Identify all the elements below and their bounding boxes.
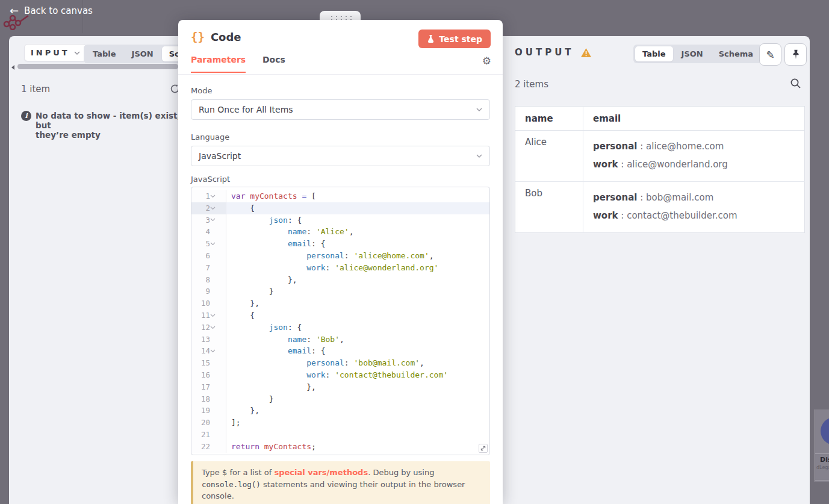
line-number: 3	[191, 214, 210, 226]
info-icon: i	[21, 111, 31, 121]
line-number: 16	[191, 369, 210, 381]
line-number: 10	[191, 297, 210, 310]
table-row[interactable]: Alice personal : alice@home.com work : a…	[515, 131, 805, 182]
code-line[interactable]: 10 },	[191, 297, 489, 310]
line-number: 11	[191, 310, 210, 322]
code-line[interactable]: 22return myContacts;	[191, 441, 489, 453]
code-line[interactable]: 6 personal: 'alice@home.com',	[191, 250, 489, 262]
tab-docs[interactable]: Docs	[262, 55, 285, 72]
pin-data-button[interactable]	[784, 43, 807, 66]
hint-text: Type $ for a list of	[202, 468, 274, 477]
fold-chevron-icon[interactable]	[210, 242, 221, 246]
output-view-tabs: Table JSON Schema	[633, 45, 762, 63]
chevron-down-icon	[476, 108, 482, 111]
code-line[interactable]: 20];	[191, 417, 489, 429]
test-step-button[interactable]: Test step	[418, 30, 491, 48]
back-to-canvas-button[interactable]: ← Back to canvas	[10, 5, 93, 16]
fold-chevron-icon[interactable]	[210, 349, 221, 353]
code-line[interactable]: 1var myContacts = [	[191, 190, 489, 202]
code-line[interactable]: 17 },	[191, 381, 489, 393]
fold-chevron-icon[interactable]	[210, 207, 221, 210]
code-line[interactable]: 11 {	[191, 310, 489, 322]
empty-message-line2: they’re empty	[36, 130, 101, 140]
line-number: 13	[191, 334, 210, 346]
node-title: Dis	[820, 456, 829, 464]
mode-select[interactable]: Run Once for All Items	[191, 99, 490, 120]
cell-name: Bob	[515, 182, 583, 233]
input-items-count: 1 item	[21, 84, 50, 95]
scroll-left-arrow-icon[interactable]	[11, 65, 14, 70]
code-line[interactable]: 19 },	[191, 405, 489, 417]
line-number: 7	[191, 262, 210, 274]
column-header-email[interactable]: email	[583, 107, 805, 131]
input-tab-table[interactable]: Table	[85, 46, 123, 61]
gear-icon[interactable]: ⚙	[482, 55, 491, 67]
resize-icon	[480, 446, 486, 451]
code-line[interactable]: 18 }	[191, 393, 489, 405]
horizontal-scrollbar[interactable]	[17, 64, 178, 69]
cell-name: Alice	[515, 131, 583, 182]
table-row[interactable]: Bob personal : bob@mail.com work : conta…	[515, 182, 805, 233]
output-tab-schema[interactable]: Schema	[712, 46, 760, 61]
fold-chevron-icon[interactable]	[210, 326, 221, 329]
language-select[interactable]: JavaScript	[191, 146, 490, 166]
output-tab-json[interactable]: JSON	[674, 46, 710, 61]
line-number: 15	[191, 357, 210, 369]
code-line[interactable]: 13 name: 'Bob',	[191, 334, 489, 346]
code-line[interactable]: 2 {	[191, 202, 489, 214]
special-vars-link[interactable]: special vars/methods	[274, 468, 368, 477]
line-number: 5	[191, 238, 210, 250]
mode-select-value: Run Once for All Items	[199, 105, 293, 114]
code-editor[interactable]: 1var myContacts = [2 {3 json: {4 name: '…	[191, 187, 490, 455]
search-icon[interactable]	[790, 78, 801, 89]
mode-field-label: Mode	[191, 86, 212, 95]
code-line[interactable]: 3 json: {	[191, 214, 489, 226]
warning-icon	[580, 48, 592, 58]
code-line[interactable]: 14 email: {	[191, 345, 489, 357]
line-number: 1	[191, 190, 210, 202]
code-line[interactable]: 4 name: 'Alice',	[191, 226, 489, 238]
modal-tab-bar: Parameters Docs ⚙	[178, 55, 503, 75]
code-line[interactable]: 8 },	[191, 274, 489, 286]
fold-chevron-icon[interactable]	[210, 194, 221, 198]
output-table: name email Alice personal : alice@home.c…	[515, 106, 805, 233]
line-number: 6	[191, 250, 210, 262]
line-number: 19	[191, 405, 210, 417]
input-panel-label: INPUT	[31, 48, 70, 57]
line-number: 14	[191, 345, 210, 357]
back-to-canvas-label: Back to canvas	[24, 5, 93, 16]
code-line[interactable]: 16 work: 'contact@thebuilder.com'	[191, 369, 489, 381]
code-line[interactable]: 9 }	[191, 285, 489, 297]
modal-title: Code	[211, 31, 241, 43]
line-number: 18	[191, 393, 210, 405]
input-panel-selector[interactable]: INPUT	[24, 44, 87, 61]
code-line[interactable]: 12 json: {	[191, 322, 489, 334]
line-number: 12	[191, 322, 210, 334]
code-line[interactable]: 5 email: {	[191, 238, 489, 250]
code-line[interactable]: 7 work: 'alice@wonderland.org'	[191, 262, 489, 274]
pin-icon	[791, 49, 801, 60]
code-node-icon: {}	[191, 30, 205, 43]
input-tab-json[interactable]: JSON	[125, 46, 161, 61]
editor-resize-grip[interactable]	[479, 444, 488, 453]
fold-chevron-icon[interactable]	[210, 218, 221, 222]
code-node-modal: {} Code Test step Parameters Docs ⚙ Mode…	[178, 20, 503, 504]
output-tab-table[interactable]: Table	[635, 46, 673, 61]
cell-email: personal : alice@home.com work : alice@w…	[583, 131, 805, 182]
fold-chevron-icon[interactable]	[210, 314, 221, 317]
line-number: 2	[191, 202, 210, 214]
tab-parameters[interactable]: Parameters	[191, 55, 246, 73]
code-line[interactable]: 15 personal: 'bob@mail.com',	[191, 357, 489, 369]
code-editor-lines: 1var myContacts = [2 {3 json: {4 name: '…	[191, 187, 489, 455]
edit-output-button[interactable]: ✎	[759, 43, 781, 66]
hint-code: console.log()	[202, 480, 261, 489]
line-number: 9	[191, 285, 210, 297]
pencil-icon: ✎	[766, 49, 774, 61]
language-select-value: JavaScript	[199, 151, 241, 161]
code-line[interactable]: 21	[191, 429, 489, 441]
column-header-name[interactable]: name	[515, 107, 583, 131]
output-table-header-row: name email	[515, 107, 805, 131]
input-empty-notice: i No data to show - item(s) exist, but t…	[21, 111, 193, 140]
line-number: 8	[191, 274, 210, 286]
editor-hint-callout: Type $ for a list of special vars/method…	[191, 461, 490, 504]
